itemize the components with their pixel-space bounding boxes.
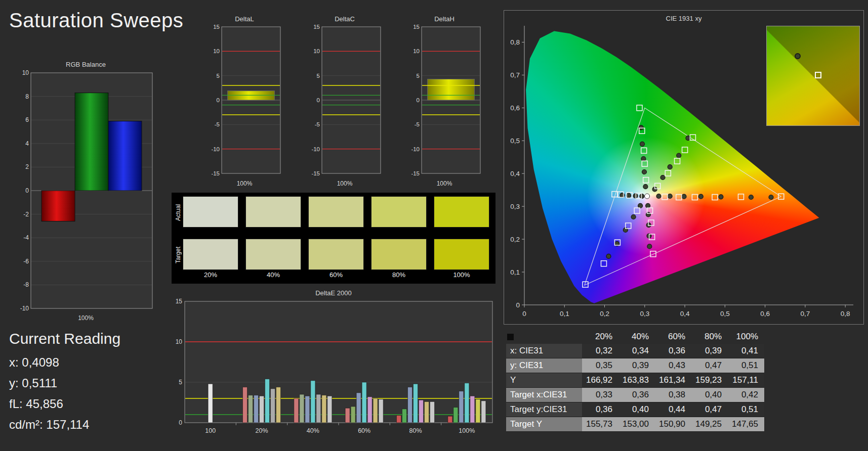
swatch-actual-80% [371,196,427,228]
table-row: y: CIE310,350,390,430,470,51 [506,358,764,373]
table-row-label: Target x:CIE31 [506,388,582,402]
green-bar [75,93,108,191]
table-cell: 166,92 [582,373,618,388]
deltae-bar [481,401,486,423]
deltae-bar [294,398,299,423]
table-cell: 150,90 [655,417,691,432]
table-col-header: 60% [655,330,691,344]
delta-ytick-label: -5 [215,121,220,127]
rgb-ytick-label: 10 [22,70,29,76]
swatch-actual-60% [308,196,364,228]
table-cell: 0,42 [728,388,764,402]
deltae-ytick-label: 15 [176,298,183,305]
delta-l-plot: -15-10-5051015 [206,24,282,177]
delta-c-xlabel: 100% [307,180,383,187]
cie-xtick-label: 0,5 [720,310,730,318]
delta-ytick-label: 5 [317,73,320,79]
rgb-balance-chart: RGB Balance -10-8-6-4-20246810 100% [17,61,155,322]
table-cell: 0,51 [728,402,764,417]
rgb-ytick-label: 8 [25,93,29,100]
table-cell: 0,43 [655,358,691,373]
cie-title: CIE 1931 xy [504,15,863,24]
table-col-header: 100% [728,330,764,344]
delta-h-xlabel: 100% [406,180,482,187]
deltae-bar [260,396,264,423]
cie-ytick-label: 0,5 [510,137,520,145]
delta-c-chart: DeltaC -15-10-5051015 100% [307,15,383,187]
table-cell: 0,35 [582,358,618,373]
swatch-actual-40% [245,196,301,228]
rgb-ytick-label: 6 [25,116,29,123]
deltae-bar [327,396,332,423]
table-cell: 0,44 [655,402,691,417]
rgb-balance-title: RGB Balance [17,61,155,70]
deltae-bar [351,407,355,423]
deltae-bar [362,382,366,423]
swatch-target-20% [183,239,238,270]
delta-ytick-label: 15 [413,24,420,30]
delta-ytick-label: 15 [213,24,220,30]
delta-e-plot: 05101510020%40%60%80%100% [172,298,495,449]
deltae-bar [408,387,412,423]
deltae-bar [356,393,361,423]
delta-h-chart: DeltaH -15-10-5051015 100% [406,15,482,187]
table-row: x: CIE310,320,340,360,390,41 [506,344,764,358]
deltae-bar [465,383,469,423]
rgb-ytick-label: -8 [23,281,29,288]
deltae-xtick-label: 60% [358,427,370,434]
table-header-row: 20%40%60%80%100% [506,330,764,344]
table-col-header: 40% [618,330,655,344]
table-cell: 0,33 [582,388,618,402]
table-col-header: 80% [691,330,728,344]
cie-xtick-label: 0,2 [600,310,609,318]
deltae-bar [397,416,401,423]
swatch-row-label-actual: Actual [175,197,182,228]
cie-1931-panel: CIE 1931 xy 000,10,10,20,20,30,30,40,40,… [504,10,864,325]
table-cell: 161,34 [655,373,691,388]
table-row: Target x:CIE310,330,360,380,400,42 [506,388,764,402]
rgb-ytick-label: -4 [23,234,29,241]
rgb-ytick-label: 4 [25,140,29,147]
cie-xtick-label: 0,4 [680,310,690,318]
table-row-label: Target Y [506,417,582,432]
table-row: Target y:CIE310,360,400,440,470,51 [506,402,764,417]
table-row-label: Y [506,373,582,388]
rgb-ytick-label: -2 [23,211,29,218]
deltae-bar [271,389,275,423]
swatch-target-80% [371,239,427,270]
swatch-col-label: 80% [371,271,427,279]
table-cell: 0,39 [691,344,728,358]
table-cell: 155,73 [582,417,618,432]
delta-ytick-label: 5 [217,73,220,79]
cie-xtick-label: 0,8 [841,310,850,318]
cie-ytick-label: 0,3 [510,203,520,210]
deltae-bar [249,395,253,423]
delta-ytick-label: -10 [411,146,420,152]
swatch-target-100% [434,239,489,270]
deltae-bar [402,409,407,423]
deltae-xtick-label: 20% [255,427,268,434]
table-cell: 0,36 [618,388,655,402]
table-cell: 0,51 [728,358,764,373]
deltae-bar [311,381,315,423]
delta-ytick-label: -10 [311,146,320,152]
inset-target-point [815,72,821,78]
deltae-bar [265,379,270,423]
cie-zoom-inset [766,26,860,126]
swatch-target-40% [245,239,301,270]
delta-ytick-label: -10 [211,146,220,152]
table-cell: 149,25 [691,417,728,432]
swatch-target-60% [308,239,364,270]
red-bar [42,191,75,221]
delta-ytick-label: -5 [415,121,420,127]
delta-ytick-label: 0 [217,97,220,103]
deltae-ytick-label: 5 [179,379,182,386]
cie-xtick-label: 0 [522,310,526,318]
current-reading-fl: fL: 45,856 [9,397,120,411]
delta-h-plot: -15-10-5051015 [406,24,482,177]
table-cell: 159,23 [691,373,728,388]
current-reading-x: x: 0,4098 [9,355,120,370]
table-cell: 0,47 [691,358,728,373]
swatch-col-label: 60% [308,271,364,279]
swatch-actual-100% [434,196,489,228]
